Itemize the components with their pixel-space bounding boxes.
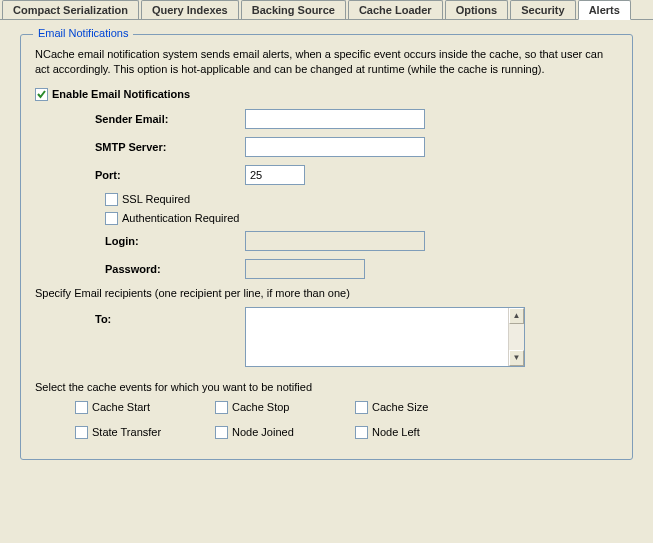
tab-security[interactable]: Security [510, 0, 575, 19]
event-cache-start-checkbox[interactable] [75, 401, 88, 414]
group-description: NCache email notification system sends e… [35, 47, 618, 78]
enable-notifications-label[interactable]: Enable Email Notifications [52, 88, 190, 100]
event-cache-size-label[interactable]: Cache Size [372, 401, 428, 413]
enable-notifications-checkbox[interactable] [35, 88, 48, 101]
auth-required-label[interactable]: Authentication Required [122, 212, 239, 224]
event-state-transfer-label[interactable]: State Transfer [92, 426, 161, 438]
sender-email-label: Sender Email: [95, 113, 235, 125]
event-node-left-label[interactable]: Node Left [372, 426, 420, 438]
event-node-joined-label[interactable]: Node Joined [232, 426, 294, 438]
smtp-server-input[interactable] [245, 137, 425, 157]
tab-alerts[interactable]: Alerts [578, 0, 631, 20]
scroll-up-icon[interactable]: ▲ [509, 308, 524, 324]
recipients-scrollbar[interactable]: ▲ ▼ [508, 308, 524, 366]
tab-backing-source[interactable]: Backing Source [241, 0, 346, 19]
recipients-caption: Specify Email recipients (one recipient … [35, 287, 618, 299]
event-node-joined-checkbox[interactable] [215, 426, 228, 439]
ssl-required-checkbox[interactable] [105, 193, 118, 206]
recipients-textarea[interactable] [246, 308, 508, 366]
port-input[interactable] [245, 165, 305, 185]
event-cache-start-label[interactable]: Cache Start [92, 401, 150, 413]
tab-bar: Compact Serialization Query Indexes Back… [0, 0, 653, 20]
event-cache-size-checkbox[interactable] [355, 401, 368, 414]
email-notifications-group: Email Notifications NCache email notific… [20, 34, 633, 460]
events-caption: Select the cache events for which you wa… [35, 381, 618, 393]
event-state-transfer-checkbox[interactable] [75, 426, 88, 439]
tab-compact-serialization[interactable]: Compact Serialization [2, 0, 139, 19]
tab-query-indexes[interactable]: Query Indexes [141, 0, 239, 19]
password-input [245, 259, 365, 279]
event-node-left-checkbox[interactable] [355, 426, 368, 439]
tab-options[interactable]: Options [445, 0, 509, 19]
alerts-panel: Email Notifications NCache email notific… [0, 20, 653, 474]
sender-email-input[interactable] [245, 109, 425, 129]
to-label: To: [95, 307, 235, 367]
auth-required-checkbox[interactable] [105, 212, 118, 225]
events-grid: Cache Start Cache Stop Cache Size State … [75, 401, 618, 445]
tab-cache-loader[interactable]: Cache Loader [348, 0, 443, 19]
port-label: Port: [95, 169, 235, 181]
login-label: Login: [105, 235, 235, 247]
event-cache-stop-checkbox[interactable] [215, 401, 228, 414]
event-cache-stop-label[interactable]: Cache Stop [232, 401, 289, 413]
group-title: Email Notifications [33, 27, 133, 39]
ssl-required-label[interactable]: SSL Required [122, 193, 190, 205]
scroll-track[interactable] [509, 324, 524, 350]
recipients-textarea-wrap: ▲ ▼ [245, 307, 525, 367]
password-label: Password: [105, 263, 235, 275]
login-input [245, 231, 425, 251]
scroll-down-icon[interactable]: ▼ [509, 350, 524, 366]
smtp-server-label: SMTP Server: [95, 141, 235, 153]
